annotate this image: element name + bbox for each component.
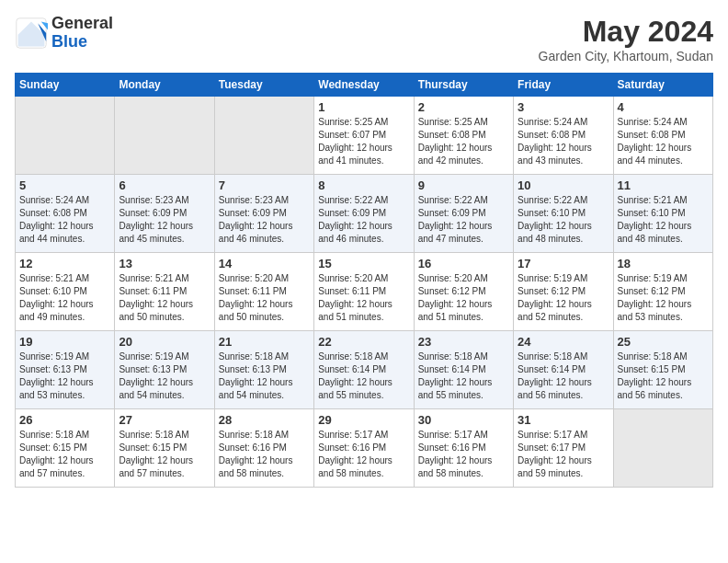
day-sun-info: Sunrise: 5:18 AMSunset: 6:14 PMDaylight:… bbox=[518, 350, 609, 402]
day-number: 9 bbox=[418, 178, 509, 192]
day-sun-info: Sunrise: 5:20 AMSunset: 6:11 PMDaylight:… bbox=[219, 272, 310, 324]
weekday-header-row: SundayMondayTuesdayWednesdayThursdayFrid… bbox=[16, 74, 713, 97]
location-subtitle: Garden City, Khartoum, Sudan bbox=[539, 49, 713, 63]
calendar-day-cell: 15Sunrise: 5:20 AMSunset: 6:11 PMDayligh… bbox=[314, 253, 414, 331]
calendar-day-cell: 30Sunrise: 5:17 AMSunset: 6:16 PMDayligh… bbox=[414, 409, 513, 488]
day-sun-info: Sunrise: 5:24 AMSunset: 6:08 PMDaylight:… bbox=[19, 194, 110, 246]
calendar-day-cell: 4Sunrise: 5:24 AMSunset: 6:08 PMDaylight… bbox=[613, 97, 712, 175]
day-sun-info: Sunrise: 5:18 AMSunset: 6:15 PMDaylight:… bbox=[19, 429, 110, 480]
day-number: 10 bbox=[518, 178, 609, 192]
day-number: 23 bbox=[418, 335, 509, 349]
calendar-day-cell: 25Sunrise: 5:18 AMSunset: 6:15 PMDayligh… bbox=[613, 331, 712, 409]
day-sun-info: Sunrise: 5:19 AMSunset: 6:12 PMDaylight:… bbox=[518, 272, 609, 324]
day-sun-info: Sunrise: 5:20 AMSunset: 6:12 PMDaylight:… bbox=[418, 272, 509, 324]
day-number: 2 bbox=[418, 100, 509, 114]
day-number: 27 bbox=[119, 413, 210, 427]
weekday-header-thursday: Thursday bbox=[414, 74, 513, 97]
day-sun-info: Sunrise: 5:24 AMSunset: 6:08 PMDaylight:… bbox=[618, 116, 709, 167]
day-number: 6 bbox=[119, 178, 210, 192]
weekday-header-tuesday: Tuesday bbox=[214, 74, 313, 97]
day-sun-info: Sunrise: 5:17 AMSunset: 6:16 PMDaylight:… bbox=[318, 429, 409, 480]
day-sun-info: Sunrise: 5:20 AMSunset: 6:11 PMDaylight:… bbox=[318, 272, 409, 324]
calendar-day-cell: 19Sunrise: 5:19 AMSunset: 6:13 PMDayligh… bbox=[16, 331, 115, 409]
calendar-day-cell bbox=[115, 97, 214, 175]
day-number: 19 bbox=[19, 335, 110, 349]
calendar-day-cell: 1Sunrise: 5:25 AMSunset: 6:07 PMDaylight… bbox=[314, 97, 414, 175]
calendar-day-cell: 12Sunrise: 5:21 AMSunset: 6:10 PMDayligh… bbox=[16, 253, 115, 331]
calendar-day-cell: 29Sunrise: 5:17 AMSunset: 6:16 PMDayligh… bbox=[314, 409, 414, 488]
calendar-week-row: 5Sunrise: 5:24 AMSunset: 6:08 PMDaylight… bbox=[16, 175, 713, 253]
calendar-day-cell: 6Sunrise: 5:23 AMSunset: 6:09 PMDaylight… bbox=[115, 175, 214, 253]
day-sun-info: Sunrise: 5:18 AMSunset: 6:13 PMDaylight:… bbox=[219, 350, 310, 402]
calendar-day-cell bbox=[16, 97, 115, 175]
logo-general-text: General bbox=[51, 15, 113, 33]
day-number: 16 bbox=[418, 257, 509, 270]
logo-blue-text: Blue bbox=[51, 33, 113, 52]
day-sun-info: Sunrise: 5:18 AMSunset: 6:14 PMDaylight:… bbox=[418, 350, 509, 402]
day-number: 13 bbox=[119, 257, 210, 270]
day-number: 25 bbox=[618, 335, 709, 349]
day-number: 1 bbox=[318, 100, 409, 114]
day-sun-info: Sunrise: 5:19 AMSunset: 6:13 PMDaylight:… bbox=[19, 350, 110, 402]
day-sun-info: Sunrise: 5:25 AMSunset: 6:07 PMDaylight:… bbox=[318, 116, 409, 167]
day-number: 17 bbox=[518, 257, 609, 270]
calendar-day-cell: 22Sunrise: 5:18 AMSunset: 6:14 PMDayligh… bbox=[314, 331, 414, 409]
calendar-week-row: 19Sunrise: 5:19 AMSunset: 6:13 PMDayligh… bbox=[16, 331, 713, 409]
day-sun-info: Sunrise: 5:22 AMSunset: 6:10 PMDaylight:… bbox=[518, 194, 609, 246]
day-sun-info: Sunrise: 5:17 AMSunset: 6:16 PMDaylight:… bbox=[418, 429, 509, 480]
calendar-day-cell: 24Sunrise: 5:18 AMSunset: 6:14 PMDayligh… bbox=[514, 331, 613, 409]
calendar-table: SundayMondayTuesdayWednesdayThursdayFrid… bbox=[15, 73, 713, 488]
calendar-day-cell: 16Sunrise: 5:20 AMSunset: 6:12 PMDayligh… bbox=[414, 253, 513, 331]
day-sun-info: Sunrise: 5:22 AMSunset: 6:09 PMDaylight:… bbox=[418, 194, 509, 246]
day-number: 5 bbox=[19, 178, 110, 192]
day-number: 12 bbox=[19, 257, 110, 270]
day-sun-info: Sunrise: 5:18 AMSunset: 6:15 PMDaylight:… bbox=[618, 350, 709, 402]
day-sun-info: Sunrise: 5:18 AMSunset: 6:16 PMDaylight:… bbox=[219, 429, 310, 480]
day-number: 15 bbox=[318, 257, 409, 270]
day-sun-info: Sunrise: 5:19 AMSunset: 6:12 PMDaylight:… bbox=[618, 272, 709, 324]
calendar-day-cell: 31Sunrise: 5:17 AMSunset: 6:17 PMDayligh… bbox=[514, 409, 613, 488]
calendar-day-cell bbox=[214, 97, 313, 175]
title-block: May 2024 Garden City, Khartoum, Sudan bbox=[539, 15, 713, 63]
calendar-day-cell: 5Sunrise: 5:24 AMSunset: 6:08 PMDaylight… bbox=[16, 175, 115, 253]
day-number: 7 bbox=[219, 178, 310, 192]
calendar-day-cell: 13Sunrise: 5:21 AMSunset: 6:11 PMDayligh… bbox=[115, 253, 214, 331]
calendar-day-cell: 21Sunrise: 5:18 AMSunset: 6:13 PMDayligh… bbox=[214, 331, 313, 409]
logo-icon bbox=[15, 17, 48, 50]
day-sun-info: Sunrise: 5:23 AMSunset: 6:09 PMDaylight:… bbox=[119, 194, 210, 246]
weekday-header-monday: Monday bbox=[115, 74, 214, 97]
day-number: 11 bbox=[618, 178, 709, 192]
day-number: 31 bbox=[518, 413, 609, 427]
calendar-week-row: 1Sunrise: 5:25 AMSunset: 6:07 PMDaylight… bbox=[16, 97, 713, 175]
weekday-header-sunday: Sunday bbox=[16, 74, 115, 97]
day-sun-info: Sunrise: 5:21 AMSunset: 6:10 PMDaylight:… bbox=[19, 272, 110, 324]
weekday-header-saturday: Saturday bbox=[613, 74, 712, 97]
day-number: 4 bbox=[618, 100, 709, 114]
calendar-day-cell: 26Sunrise: 5:18 AMSunset: 6:15 PMDayligh… bbox=[16, 409, 115, 488]
calendar-day-cell: 27Sunrise: 5:18 AMSunset: 6:15 PMDayligh… bbox=[115, 409, 214, 488]
calendar-day-cell: 7Sunrise: 5:23 AMSunset: 6:09 PMDaylight… bbox=[214, 175, 313, 253]
calendar-week-row: 12Sunrise: 5:21 AMSunset: 6:10 PMDayligh… bbox=[16, 253, 713, 331]
day-number: 20 bbox=[119, 335, 210, 349]
day-sun-info: Sunrise: 5:18 AMSunset: 6:15 PMDaylight:… bbox=[119, 429, 210, 480]
day-sun-info: Sunrise: 5:21 AMSunset: 6:11 PMDaylight:… bbox=[119, 272, 210, 324]
calendar-day-cell: 23Sunrise: 5:18 AMSunset: 6:14 PMDayligh… bbox=[414, 331, 513, 409]
day-number: 29 bbox=[318, 413, 409, 427]
day-sun-info: Sunrise: 5:18 AMSunset: 6:14 PMDaylight:… bbox=[318, 350, 409, 402]
page-header: General Blue May 2024 Garden City, Khart… bbox=[15, 15, 713, 63]
day-number: 3 bbox=[518, 100, 609, 114]
calendar-day-cell: 28Sunrise: 5:18 AMSunset: 6:16 PMDayligh… bbox=[214, 409, 313, 488]
calendar-day-cell: 9Sunrise: 5:22 AMSunset: 6:09 PMDaylight… bbox=[414, 175, 513, 253]
logo-text: General Blue bbox=[51, 15, 113, 52]
day-number: 28 bbox=[219, 413, 310, 427]
day-number: 24 bbox=[518, 335, 609, 349]
day-sun-info: Sunrise: 5:17 AMSunset: 6:17 PMDaylight:… bbox=[518, 429, 609, 480]
day-number: 18 bbox=[618, 257, 709, 270]
day-number: 14 bbox=[219, 257, 310, 270]
day-number: 8 bbox=[318, 178, 409, 192]
calendar-day-cell: 14Sunrise: 5:20 AMSunset: 6:11 PMDayligh… bbox=[214, 253, 313, 331]
day-number: 21 bbox=[219, 335, 310, 349]
day-sun-info: Sunrise: 5:19 AMSunset: 6:13 PMDaylight:… bbox=[119, 350, 210, 402]
calendar-day-cell: 20Sunrise: 5:19 AMSunset: 6:13 PMDayligh… bbox=[115, 331, 214, 409]
calendar-day-cell: 11Sunrise: 5:21 AMSunset: 6:10 PMDayligh… bbox=[613, 175, 712, 253]
